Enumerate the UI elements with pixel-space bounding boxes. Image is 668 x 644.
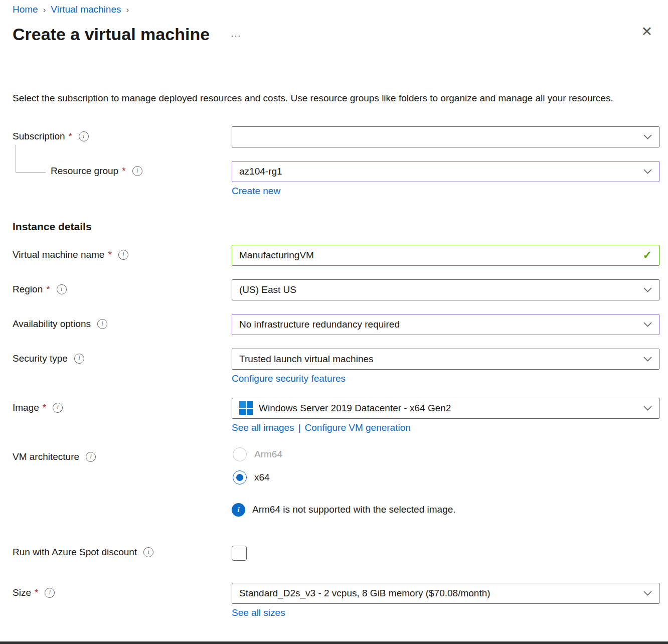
info-icon[interactable]: i — [79, 131, 89, 141]
create-vm-page: Home › Virtual machines › Create a virtu… — [0, 0, 668, 644]
availability-options-control: No infrastructure redundancy required — [232, 314, 659, 335]
required-marker: * — [35, 587, 38, 598]
subscription-label: Subscription — [13, 131, 65, 142]
image-label-group: Image * i — [13, 398, 232, 413]
info-icon[interactable]: i — [86, 452, 96, 462]
availability-options-value: No infrastructure redundancy required — [239, 319, 637, 330]
vm-name-input[interactable]: ManufacturingVM ✓ — [232, 245, 659, 266]
subscription-dropdown[interactable] — [232, 126, 659, 147]
arch-info-text: Arm64 is not supported with the selected… — [252, 504, 456, 515]
image-control: Windows Server 2019 Datacenter - x64 Gen… — [232, 398, 659, 433]
required-marker: * — [46, 284, 50, 295]
resource-group-label-group: Resource group * i — [13, 161, 232, 177]
intro-text: Select the subscription to manage deploy… — [13, 91, 649, 106]
field-availability-options: Availability options i No infrastructure… — [13, 314, 659, 335]
availability-options-label: Availability options — [13, 318, 91, 330]
availability-options-dropdown[interactable]: No infrastructure redundancy required — [232, 314, 659, 335]
nesting-connector-line — [16, 145, 46, 173]
see-all-sizes-link[interactable]: See all sizes — [232, 607, 285, 618]
title-row: Create a virtual machine ··· ✕ — [0, 15, 668, 45]
required-marker: * — [43, 402, 46, 413]
spot-checkbox[interactable] — [232, 546, 247, 561]
breadcrumb-chevron-icon: › — [43, 4, 46, 15]
configure-security-features-link[interactable]: Configure security features — [232, 373, 346, 384]
security-type-control: Trusted launch virtual machines Configur… — [232, 349, 659, 384]
vm-name-label-group: Virtual machine name * i — [13, 245, 232, 260]
required-marker: * — [69, 131, 72, 142]
chevron-down-icon — [643, 357, 652, 362]
field-subscription: Subscription * i — [13, 126, 659, 147]
field-region: Region * i (US) East US — [13, 279, 659, 300]
image-links: See all images | Configure VM generation — [232, 422, 659, 433]
radio-arm64 — [233, 447, 247, 461]
spot-control — [232, 545, 659, 563]
chevron-down-icon — [643, 591, 652, 596]
size-label: Size — [13, 587, 31, 598]
info-icon[interactable]: i — [57, 284, 67, 294]
field-spot-discount: Run with Azure Spot discount i — [13, 545, 659, 563]
subscription-label-group: Subscription * i — [13, 126, 232, 142]
field-vm-name: Virtual machine name * i ManufacturingVM… — [13, 245, 659, 266]
vm-architecture-label: VM architecture — [13, 451, 79, 462]
see-all-images-link[interactable]: See all images — [232, 422, 294, 433]
spot-label-group: Run with Azure Spot discount i — [13, 545, 232, 558]
info-icon[interactable]: i — [74, 354, 84, 364]
vm-architecture-label-group: VM architecture i — [13, 447, 232, 462]
security-type-label: Security type — [13, 353, 68, 364]
breadcrumb-home-link[interactable]: Home — [13, 4, 38, 15]
radio-option-x64[interactable]: x64 — [232, 470, 659, 485]
arch-info-message: i Arm64 is not supported with the select… — [232, 503, 659, 517]
vm-name-label: Virtual machine name — [13, 249, 104, 260]
chevron-down-icon — [643, 169, 652, 174]
field-vm-architecture: VM architecture i Arm64 x64 i Arm64 is n… — [13, 447, 659, 517]
field-resource-group: Resource group * i az104-rg1 Create new — [13, 161, 659, 197]
radio-arm64-label: Arm64 — [254, 449, 282, 460]
instance-details-heading: Instance details — [13, 221, 659, 233]
vm-name-value: ManufacturingVM — [239, 250, 314, 261]
configure-vm-generation-link[interactable]: Configure VM generation — [305, 422, 411, 433]
info-icon[interactable]: i — [132, 166, 142, 176]
info-icon[interactable]: i — [53, 403, 63, 413]
resource-group-value: az104-rg1 — [239, 166, 637, 177]
availability-options-label-group: Availability options i — [13, 314, 232, 330]
link-separator: | — [298, 422, 301, 433]
image-label: Image — [13, 402, 39, 413]
chevron-down-icon — [643, 322, 652, 327]
more-menu-icon[interactable]: ··· — [231, 31, 241, 40]
breadcrumb-virtual-machines-link[interactable]: Virtual machines — [51, 4, 121, 15]
field-size: Size * i Standard_D2s_v3 - 2 vcpus, 8 Gi… — [13, 583, 659, 618]
info-icon[interactable]: i — [45, 588, 55, 598]
region-label: Region — [13, 284, 43, 295]
windows-logo-icon — [239, 401, 253, 415]
region-dropdown[interactable]: (US) East US — [232, 279, 659, 300]
create-new-link[interactable]: Create new — [232, 186, 280, 197]
field-security-type: Security type i Trusted launch virtual m… — [13, 349, 659, 384]
info-icon[interactable]: i — [118, 250, 128, 260]
size-label-group: Size * i — [13, 583, 232, 598]
breadcrumb: Home › Virtual machines › — [0, 0, 668, 15]
region-value: (US) East US — [239, 284, 637, 295]
info-icon[interactable]: i — [97, 319, 107, 329]
resource-group-dropdown[interactable]: az104-rg1 — [232, 161, 659, 182]
region-label-group: Region * i — [13, 279, 232, 295]
region-control: (US) East US — [232, 279, 659, 300]
vm-architecture-control: Arm64 x64 i Arm64 is not supported with … — [232, 447, 659, 517]
basics-form: Subscription * i Resource group * i — [13, 126, 659, 618]
size-control: Standard_D2s_v3 - 2 vcpus, 8 GiB memory … — [232, 583, 659, 618]
field-image: Image * i Windows Server 2019 Datacenter… — [13, 398, 659, 433]
page-title: Create a virtual machine — [13, 24, 210, 45]
security-type-label-group: Security type i — [13, 349, 232, 364]
close-icon[interactable]: ✕ — [638, 24, 655, 40]
chevron-down-icon — [643, 287, 652, 292]
radio-x64-label: x64 — [254, 472, 270, 483]
info-filled-icon: i — [232, 503, 245, 517]
resource-group-label: Resource group — [51, 166, 118, 177]
image-dropdown[interactable]: Windows Server 2019 Datacenter - x64 Gen… — [232, 398, 659, 419]
size-links: See all sizes — [232, 607, 659, 618]
image-value: Windows Server 2019 Datacenter - x64 Gen… — [259, 403, 637, 414]
resource-group-control: az104-rg1 Create new — [232, 161, 659, 197]
radio-x64[interactable] — [233, 470, 247, 485]
security-type-dropdown[interactable]: Trusted launch virtual machines — [232, 349, 659, 370]
info-icon[interactable]: i — [143, 547, 153, 557]
size-dropdown[interactable]: Standard_D2s_v3 - 2 vcpus, 8 GiB memory … — [232, 583, 659, 604]
